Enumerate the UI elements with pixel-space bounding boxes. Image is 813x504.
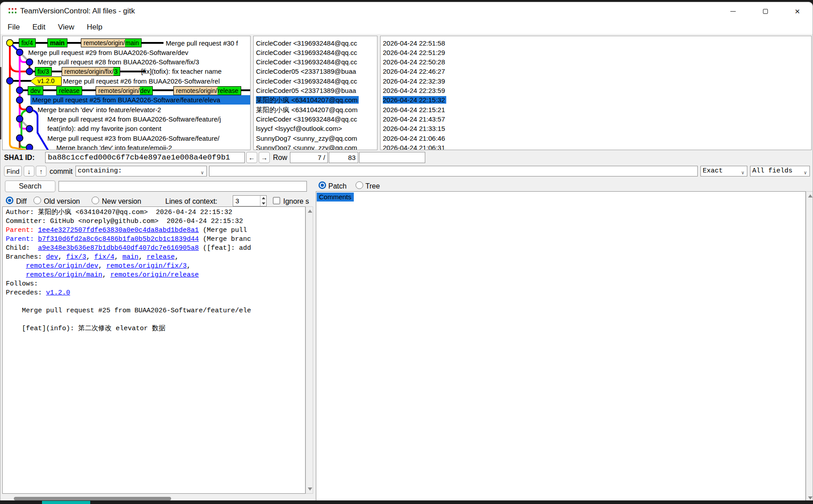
history-back-button[interactable]: ←	[246, 152, 257, 163]
commit-date-row[interactable]: 2026-04-24 22:50:28	[381, 57, 811, 67]
remote-label-dev[interactable]: remotes/origin/dev	[96, 86, 153, 95]
commit-subject[interactable]: Merge branch 'dev' into feature/emoji-2	[56, 143, 172, 150]
commit-node[interactable]	[26, 106, 33, 113]
commit-author-row[interactable]: CircleCoder05 <23371389@buaa	[254, 86, 377, 95]
commit-subject[interactable]: Merge pull request #28 from BUAA2026-Sof…	[38, 57, 199, 67]
remote-label-main[interactable]: remotes/origin/main	[81, 38, 142, 47]
commit-node[interactable]	[17, 87, 23, 94]
commit-author-row[interactable]: CircleCoder <3196932484@qq.cc	[254, 76, 377, 86]
commit-node[interactable]	[17, 135, 23, 142]
commit-author-row[interactable]: SunnyDog7 <sunny_zzy@qq.com	[254, 134, 377, 143]
commit-node[interactable]	[17, 49, 23, 56]
history-forward-button[interactable]: →	[259, 152, 270, 163]
branch-label-release[interactable]: release	[56, 86, 82, 95]
commit-subject[interactable]: Merge pull request #26 from BUAA2026-Sof…	[63, 76, 220, 86]
maximize-button[interactable]	[749, 2, 781, 21]
fields-dropdown[interactable]: All fields ∨	[750, 166, 810, 176]
diff-view[interactable]: Author: 莱阳的小疯 <634104207@qq.com> 2026-04…	[2, 206, 306, 494]
diff-vertical-scrollbar[interactable]	[306, 206, 313, 494]
find-input[interactable]	[209, 166, 698, 176]
date-column[interactable]: 2026-04-24 22:51:582026-04-24 22:51:2920…	[380, 36, 812, 150]
commit-node[interactable]	[26, 59, 33, 66]
patch-radio[interactable]	[318, 181, 326, 189]
close-button[interactable]: ✕	[781, 2, 813, 21]
find-button[interactable]: Find	[4, 166, 22, 176]
find-type-dropdown[interactable]: containing: ∨	[75, 166, 207, 176]
branch-label-dev[interactable]: dev	[28, 86, 43, 95]
lines-of-context-stepper[interactable]: 3	[233, 195, 267, 206]
commit-date-row[interactable]: 2026-04-24 21:06:46	[381, 134, 811, 143]
scrollbar-thumb[interactable]	[14, 497, 171, 500]
commit-subject[interactable]: Merge pull request #30 f	[166, 38, 238, 48]
branch-label-fix-4[interactable]: fix/4	[19, 38, 36, 47]
commit-link[interactable]: 1ee4e3272507fdfe63830a0e0c4da8abd1bde8a1	[38, 227, 199, 234]
commit-date-row[interactable]: 2026-04-24 22:32:39	[381, 76, 811, 86]
stepper-arrows[interactable]	[260, 196, 266, 206]
commit-date-row[interactable]: 2026-04-24 22:15:21	[381, 105, 811, 114]
commit-date-row[interactable]: 2026-04-24 22:51:29	[381, 48, 811, 57]
match-type-dropdown[interactable]: Exact ∨	[700, 166, 747, 176]
commit-date-row[interactable]: 2026-04-24 21:06:31	[381, 143, 811, 150]
old-version-radio[interactable]	[34, 197, 41, 204]
commit-link[interactable]: remotes/origin/release	[110, 271, 199, 279]
commit-link[interactable]: dev	[46, 253, 58, 261]
new-version-radio[interactable]	[92, 197, 99, 204]
commit-link[interactable]: release	[147, 253, 175, 261]
commit-node[interactable]	[26, 144, 33, 151]
commit-node[interactable]	[26, 68, 33, 75]
commit-link[interactable]: b7f310d6fd2a8c6c8486b1fa0b5b2cb1c1839d44	[38, 235, 199, 243]
commit-author-row[interactable]: CircleCoder <3196932484@qq.cc	[254, 57, 377, 67]
file-list[interactable]: Comments	[316, 191, 806, 500]
commit-date-row[interactable]: 2026-04-24 22:15:32	[381, 95, 811, 105]
commit-node[interactable]	[17, 116, 23, 122]
commit-node[interactable]	[26, 126, 33, 132]
tree-radio[interactable]	[356, 181, 363, 189]
remote-label-release[interactable]: remotes/origin/release	[173, 86, 241, 95]
diff-horizontal-scrollbar[interactable]	[2, 496, 306, 500]
commit-node[interactable]	[7, 40, 13, 46]
commit-date-row[interactable]: 2026-04-24 22:51:58	[381, 38, 811, 48]
commit-date-row[interactable]: 2026-04-24 21:33:15	[381, 124, 811, 133]
commit-date-row[interactable]: 2026-04-24 22:46:27	[381, 67, 811, 76]
commit-author-row[interactable]: lsyycf <lsyycf@outlook.com>	[254, 124, 377, 133]
commit-author-row[interactable]: CircleCoder <3196932484@qq.cc	[254, 48, 377, 57]
commit-link[interactable]: remotes/origin/fix/3	[106, 262, 187, 270]
search-input[interactable]	[59, 181, 307, 192]
commit-link[interactable]: main	[122, 253, 138, 261]
commit-subject[interactable]: Merge branch 'dev' into feature/elevator…	[38, 105, 161, 114]
commit-author-row[interactable]: 莱阳的小疯 <634104207@qq.com	[254, 105, 377, 114]
commit-subject[interactable]: feat(info): add my favorite json content	[47, 124, 161, 133]
find-prev-button[interactable]: ↑	[36, 166, 46, 176]
commit-subject[interactable]: [fix](tofix): fix teacher name	[141, 67, 222, 76]
commit-node[interactable]	[7, 78, 13, 84]
commit-author-row[interactable]: CircleCoder05 <23371389@buaa	[254, 67, 377, 76]
commit-subject[interactable]: Merge pull request #29 from BUAA2026-Sof…	[28, 48, 189, 57]
commit-link[interactable]: a9e348e3b636e87b1dbb640df407dc7e616905a8	[38, 244, 199, 252]
commit-link[interactable]: v1.2.0	[46, 289, 70, 297]
menu-file[interactable]: File	[1, 21, 26, 33]
ignore-space-checkbox[interactable]	[273, 197, 280, 204]
branch-label-main[interactable]: main	[47, 38, 67, 47]
diff-radio[interactable]	[6, 197, 13, 204]
commit-graph-column[interactable]: fix/4mainremotes/origin/mainMerge pull r…	[2, 36, 251, 150]
find-next-button[interactable]: ↓	[24, 166, 34, 176]
commit-link[interactable]: remotes/origin/main	[26, 271, 102, 279]
commit-date-row[interactable]: 2026-04-24 21:43:57	[381, 114, 811, 124]
commit-link[interactable]: remotes/origin/dev	[26, 262, 98, 270]
commit-subject[interactable]: Merge pull request #23 from BUAA2026-Sof…	[47, 134, 219, 143]
menu-help[interactable]: Help	[80, 21, 109, 33]
commit-subject[interactable]: Merge pull request #24 from BUAA2026-Sof…	[47, 114, 221, 124]
tag-label-v1-2-0[interactable]: v1.2.0	[30, 76, 62, 86]
menu-view[interactable]: View	[52, 21, 81, 33]
commit-link[interactable]: fix/4	[94, 253, 114, 261]
commit-link[interactable]: fix/3	[66, 253, 86, 261]
commit-node[interactable]	[17, 97, 23, 104]
commit-author-row[interactable]: CircleCoder <3196932484@qq.cc	[254, 114, 377, 124]
commit-author-row[interactable]: 莱阳的小疯 <634104207@qq.com	[254, 95, 377, 105]
commit-author-row[interactable]: SunnyDog7 <sunny_zzy@qq.com	[254, 143, 377, 150]
menu-edit[interactable]: Edit	[26, 21, 51, 33]
commit-row-selected[interactable]: Merge pull request #25 from BUAA2026-Sof…	[30, 95, 250, 105]
commit-author-row[interactable]: CircleCoder <3196932484@qq.cc	[254, 38, 377, 48]
file-item-comments[interactable]: Comments	[317, 193, 354, 202]
search-button[interactable]: Search	[5, 181, 55, 192]
